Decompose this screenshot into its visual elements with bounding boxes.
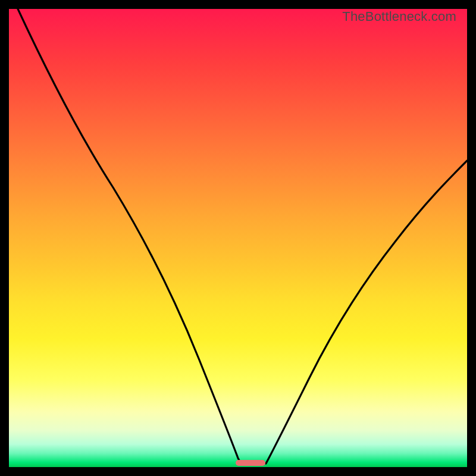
bottleneck-curve bbox=[9, 9, 467, 467]
plot-area: TheBottleneck.com bbox=[9, 9, 467, 467]
chart-frame: TheBottleneck.com bbox=[0, 0, 476, 476]
curve-right-branch bbox=[266, 161, 467, 464]
curve-left-branch bbox=[18, 9, 241, 464]
